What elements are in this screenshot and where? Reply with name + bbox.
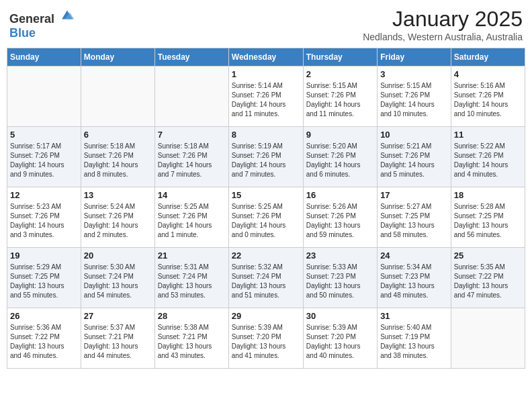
day-number: 10 xyxy=(380,130,448,140)
day-number: 12 xyxy=(10,190,78,200)
cell-w2-d2: 7Sunrise: 5:18 AM Sunset: 7:26 PM Daylig… xyxy=(154,127,228,187)
day-info: Sunrise: 5:25 AM Sunset: 7:26 PM Dayligh… xyxy=(232,202,300,240)
day-number: 3 xyxy=(380,69,448,79)
location-title: Nedlands, Western Australia, Australia xyxy=(363,32,523,42)
day-number: 9 xyxy=(306,130,374,140)
day-number: 25 xyxy=(454,250,522,261)
cell-w3-d3: 15Sunrise: 5:25 AM Sunset: 7:26 PM Dayli… xyxy=(228,187,303,248)
page-header: General Blue January 2025 Nedlands, West… xyxy=(7,7,525,42)
logo-icon xyxy=(59,7,75,23)
week-row-5: 26Sunrise: 5:36 AM Sunset: 7:22 PM Dayli… xyxy=(7,308,525,369)
day-number: 13 xyxy=(84,190,152,200)
header-sunday: Sunday xyxy=(7,48,81,66)
header-monday: Monday xyxy=(81,48,154,66)
day-info: Sunrise: 5:34 AM Sunset: 7:23 PM Dayligh… xyxy=(380,263,448,300)
week-row-1: 1Sunrise: 5:14 AM Sunset: 7:26 PM Daylig… xyxy=(7,66,525,127)
cell-w4-d0: 19Sunrise: 5:29 AM Sunset: 7:25 PM Dayli… xyxy=(7,248,81,308)
cell-w5-d0: 26Sunrise: 5:36 AM Sunset: 7:22 PM Dayli… xyxy=(7,308,81,369)
day-info: Sunrise: 5:35 AM Sunset: 7:22 PM Dayligh… xyxy=(454,263,522,300)
header-friday: Friday xyxy=(378,48,451,66)
cell-w1-d3: 1Sunrise: 5:14 AM Sunset: 7:26 PM Daylig… xyxy=(228,66,303,127)
calendar-header: Sunday Monday Tuesday Wednesday Thursday… xyxy=(7,48,525,66)
day-number: 26 xyxy=(10,311,78,321)
week-row-4: 19Sunrise: 5:29 AM Sunset: 7:25 PM Dayli… xyxy=(7,248,525,308)
logo: General Blue xyxy=(9,7,75,40)
week-row-2: 5Sunrise: 5:17 AM Sunset: 7:26 PM Daylig… xyxy=(7,127,525,187)
cell-w1-d4: 2Sunrise: 5:15 AM Sunset: 7:26 PM Daylig… xyxy=(303,66,377,127)
day-number: 24 xyxy=(380,250,448,261)
cell-w3-d4: 16Sunrise: 5:26 AM Sunset: 7:26 PM Dayli… xyxy=(303,187,377,248)
logo-blue: Blue xyxy=(9,26,36,40)
cell-w5-d5: 31Sunrise: 5:40 AM Sunset: 7:19 PM Dayli… xyxy=(378,308,451,369)
title-block: January 2025 Nedlands, Western Australia… xyxy=(363,7,523,42)
cell-w2-d0: 5Sunrise: 5:17 AM Sunset: 7:26 PM Daylig… xyxy=(7,127,81,187)
week-row-3: 12Sunrise: 5:23 AM Sunset: 7:26 PM Dayli… xyxy=(7,187,525,248)
day-number: 2 xyxy=(306,69,374,79)
day-number: 23 xyxy=(306,250,374,261)
day-info: Sunrise: 5:20 AM Sunset: 7:26 PM Dayligh… xyxy=(306,142,374,179)
day-number: 14 xyxy=(158,190,226,200)
cell-w5-d3: 29Sunrise: 5:39 AM Sunset: 7:20 PM Dayli… xyxy=(228,308,303,369)
day-info: Sunrise: 5:19 AM Sunset: 7:26 PM Dayligh… xyxy=(232,142,300,179)
day-info: Sunrise: 5:30 AM Sunset: 7:24 PM Dayligh… xyxy=(84,263,152,300)
day-info: Sunrise: 5:27 AM Sunset: 7:25 PM Dayligh… xyxy=(380,202,448,240)
cell-w4-d4: 23Sunrise: 5:33 AM Sunset: 7:23 PM Dayli… xyxy=(303,248,377,308)
day-number: 29 xyxy=(232,311,300,321)
day-info: Sunrise: 5:25 AM Sunset: 7:26 PM Dayligh… xyxy=(158,202,226,240)
header-thursday: Thursday xyxy=(303,48,377,66)
header-wednesday: Wednesday xyxy=(228,48,303,66)
cell-w5-d2: 28Sunrise: 5:38 AM Sunset: 7:21 PM Dayli… xyxy=(154,308,228,369)
day-info: Sunrise: 5:17 AM Sunset: 7:26 PM Dayligh… xyxy=(10,142,78,179)
cell-w5-d1: 27Sunrise: 5:37 AM Sunset: 7:21 PM Dayli… xyxy=(81,308,154,369)
logo-text: General Blue xyxy=(9,7,75,40)
day-info: Sunrise: 5:18 AM Sunset: 7:26 PM Dayligh… xyxy=(84,142,152,179)
day-number: 16 xyxy=(306,190,374,200)
cell-w4-d3: 22Sunrise: 5:32 AM Sunset: 7:24 PM Dayli… xyxy=(228,248,303,308)
day-number: 31 xyxy=(380,311,448,321)
cell-w5-d6 xyxy=(451,308,525,369)
day-info: Sunrise: 5:22 AM Sunset: 7:26 PM Dayligh… xyxy=(454,142,522,179)
day-number: 8 xyxy=(232,130,300,140)
day-number: 5 xyxy=(10,130,78,140)
calendar-table: Sunday Monday Tuesday Wednesday Thursday… xyxy=(7,48,525,369)
cell-w3-d0: 12Sunrise: 5:23 AM Sunset: 7:26 PM Dayli… xyxy=(7,187,81,248)
cell-w2-d3: 8Sunrise: 5:19 AM Sunset: 7:26 PM Daylig… xyxy=(228,127,303,187)
day-info: Sunrise: 5:29 AM Sunset: 7:25 PM Dayligh… xyxy=(10,263,78,300)
header-saturday: Saturday xyxy=(451,48,525,66)
day-info: Sunrise: 5:28 AM Sunset: 7:25 PM Dayligh… xyxy=(454,202,522,240)
cell-w4-d5: 24Sunrise: 5:34 AM Sunset: 7:23 PM Dayli… xyxy=(378,248,451,308)
day-info: Sunrise: 5:33 AM Sunset: 7:23 PM Dayligh… xyxy=(306,263,374,300)
day-info: Sunrise: 5:23 AM Sunset: 7:26 PM Dayligh… xyxy=(10,202,78,240)
day-info: Sunrise: 5:36 AM Sunset: 7:22 PM Dayligh… xyxy=(10,323,78,361)
day-info: Sunrise: 5:39 AM Sunset: 7:20 PM Dayligh… xyxy=(306,323,374,361)
cell-w2-d1: 6Sunrise: 5:18 AM Sunset: 7:26 PM Daylig… xyxy=(81,127,154,187)
day-number: 30 xyxy=(306,311,374,321)
day-info: Sunrise: 5:18 AM Sunset: 7:26 PM Dayligh… xyxy=(158,142,226,179)
cell-w1-d1 xyxy=(81,66,154,127)
day-info: Sunrise: 5:39 AM Sunset: 7:20 PM Dayligh… xyxy=(232,323,300,361)
cell-w3-d1: 13Sunrise: 5:24 AM Sunset: 7:26 PM Dayli… xyxy=(81,187,154,248)
header-tuesday: Tuesday xyxy=(154,48,228,66)
day-info: Sunrise: 5:15 AM Sunset: 7:26 PM Dayligh… xyxy=(380,81,448,119)
cell-w3-d2: 14Sunrise: 5:25 AM Sunset: 7:26 PM Dayli… xyxy=(154,187,228,248)
day-info: Sunrise: 5:26 AM Sunset: 7:26 PM Dayligh… xyxy=(306,202,374,240)
day-info: Sunrise: 5:24 AM Sunset: 7:26 PM Dayligh… xyxy=(84,202,152,240)
day-number: 1 xyxy=(232,69,300,79)
day-number: 17 xyxy=(380,190,448,200)
day-info: Sunrise: 5:32 AM Sunset: 7:24 PM Dayligh… xyxy=(232,263,300,300)
day-number: 18 xyxy=(454,190,522,200)
day-number: 20 xyxy=(84,250,152,261)
day-info: Sunrise: 5:40 AM Sunset: 7:19 PM Dayligh… xyxy=(380,323,448,361)
cell-w4-d1: 20Sunrise: 5:30 AM Sunset: 7:24 PM Dayli… xyxy=(81,248,154,308)
cell-w1-d0 xyxy=(7,66,81,127)
day-info: Sunrise: 5:14 AM Sunset: 7:26 PM Dayligh… xyxy=(232,81,300,119)
day-info: Sunrise: 5:37 AM Sunset: 7:21 PM Dayligh… xyxy=(84,323,152,361)
cell-w3-d6: 18Sunrise: 5:28 AM Sunset: 7:25 PM Dayli… xyxy=(451,187,525,248)
header-row: Sunday Monday Tuesday Wednesday Thursday… xyxy=(7,48,525,66)
cell-w4-d6: 25Sunrise: 5:35 AM Sunset: 7:22 PM Dayli… xyxy=(451,248,525,308)
day-info: Sunrise: 5:21 AM Sunset: 7:26 PM Dayligh… xyxy=(380,142,448,179)
logo-general: General xyxy=(9,12,54,26)
cell-w2-d5: 10Sunrise: 5:21 AM Sunset: 7:26 PM Dayli… xyxy=(378,127,451,187)
day-info: Sunrise: 5:38 AM Sunset: 7:21 PM Dayligh… xyxy=(158,323,226,361)
day-number: 19 xyxy=(10,250,78,261)
